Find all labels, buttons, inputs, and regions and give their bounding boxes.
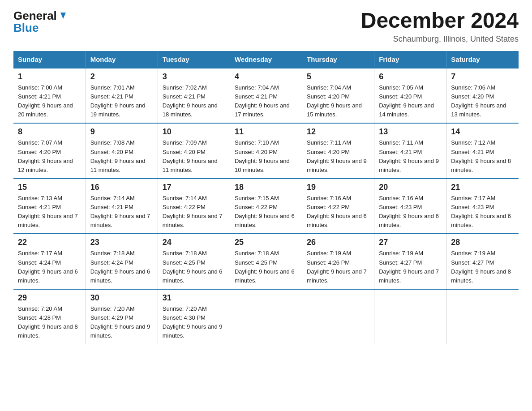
day-number: 19 <box>307 183 369 192</box>
table-row: 25 Sunrise: 7:18 AM Sunset: 4:25 PM Dayl… <box>230 234 302 289</box>
table-row: 27 Sunrise: 7:19 AM Sunset: 4:27 PM Dayl… <box>374 234 446 289</box>
location-subtitle: Schaumburg, Illinois, United States <box>361 34 519 44</box>
day-info: Sunrise: 7:11 AM Sunset: 4:20 PM Dayligh… <box>307 138 369 175</box>
table-row: 28 Sunrise: 7:19 AM Sunset: 4:27 PM Dayl… <box>446 234 519 289</box>
day-number: 10 <box>163 127 225 137</box>
day-info: Sunrise: 7:02 AM Sunset: 4:21 PM Dayligh… <box>163 83 225 120</box>
day-info: Sunrise: 7:19 AM Sunset: 4:26 PM Dayligh… <box>307 249 369 285</box>
day-info: Sunrise: 7:00 AM Sunset: 4:21 PM Dayligh… <box>18 83 81 120</box>
day-info: Sunrise: 7:06 AM Sunset: 4:20 PM Dayligh… <box>451 83 514 120</box>
day-number: 31 <box>163 293 225 303</box>
day-number: 22 <box>18 238 81 247</box>
day-number: 5 <box>307 72 369 81</box>
table-row: 21 Sunrise: 7:17 AM Sunset: 4:23 PM Dayl… <box>446 179 519 234</box>
table-row <box>302 289 374 344</box>
table-row: 3 Sunrise: 7:02 AM Sunset: 4:21 PM Dayli… <box>158 68 230 124</box>
day-number: 24 <box>163 238 225 247</box>
table-row: 2 Sunrise: 7:01 AM Sunset: 4:21 PM Dayli… <box>86 68 158 124</box>
day-number: 30 <box>90 293 153 303</box>
day-number: 2 <box>90 72 153 81</box>
table-row: 23 Sunrise: 7:18 AM Sunset: 4:24 PM Dayl… <box>86 234 158 289</box>
col-saturday: Saturday <box>446 51 519 68</box>
calendar-header: Sunday Monday Tuesday Wednesday Thursday… <box>13 51 519 68</box>
col-thursday: Thursday <box>302 51 374 68</box>
table-row: 1 Sunrise: 7:00 AM Sunset: 4:21 PM Dayli… <box>13 68 86 124</box>
table-row: 20 Sunrise: 7:16 AM Sunset: 4:23 PM Dayl… <box>374 179 446 234</box>
day-info: Sunrise: 7:20 AM Sunset: 4:28 PM Dayligh… <box>18 304 81 341</box>
day-number: 11 <box>235 127 297 137</box>
col-monday: Monday <box>86 51 158 68</box>
table-row: 13 Sunrise: 7:11 AM Sunset: 4:21 PM Dayl… <box>374 123 446 179</box>
table-row: 15 Sunrise: 7:13 AM Sunset: 4:21 PM Dayl… <box>13 179 86 234</box>
table-row: 19 Sunrise: 7:16 AM Sunset: 4:22 PM Dayl… <box>302 179 374 234</box>
day-info: Sunrise: 7:04 AM Sunset: 4:21 PM Dayligh… <box>235 83 297 120</box>
day-info: Sunrise: 7:14 AM Sunset: 4:21 PM Dayligh… <box>90 194 153 230</box>
table-row: 31 Sunrise: 7:20 AM Sunset: 4:30 PM Dayl… <box>158 289 230 344</box>
day-info: Sunrise: 7:13 AM Sunset: 4:21 PM Dayligh… <box>18 194 81 230</box>
title-section: December 2024 Schaumburg, Illinois, Unit… <box>361 9 519 44</box>
table-row: 7 Sunrise: 7:06 AM Sunset: 4:20 PM Dayli… <box>446 68 519 124</box>
day-number: 25 <box>235 238 297 247</box>
table-row: 11 Sunrise: 7:10 AM Sunset: 4:20 PM Dayl… <box>230 123 302 179</box>
day-info: Sunrise: 7:08 AM Sunset: 4:20 PM Dayligh… <box>90 138 153 175</box>
day-info: Sunrise: 7:18 AM Sunset: 4:25 PM Dayligh… <box>163 249 225 285</box>
month-title: December 2024 <box>361 9 519 33</box>
day-info: Sunrise: 7:20 AM Sunset: 4:30 PM Dayligh… <box>163 304 225 341</box>
col-sunday: Sunday <box>13 51 86 68</box>
day-number: 26 <box>307 238 369 247</box>
table-row: 14 Sunrise: 7:12 AM Sunset: 4:21 PM Dayl… <box>446 123 519 179</box>
col-wednesday: Wednesday <box>230 51 302 68</box>
day-number: 6 <box>379 72 442 81</box>
table-row <box>374 289 446 344</box>
day-info: Sunrise: 7:09 AM Sunset: 4:20 PM Dayligh… <box>163 138 225 175</box>
day-number: 21 <box>451 183 514 192</box>
day-number: 8 <box>18 127 81 137</box>
day-info: Sunrise: 7:12 AM Sunset: 4:21 PM Dayligh… <box>451 138 514 175</box>
day-number: 20 <box>379 183 442 192</box>
table-row: 5 Sunrise: 7:04 AM Sunset: 4:20 PM Dayli… <box>302 68 374 124</box>
table-row: 12 Sunrise: 7:11 AM Sunset: 4:20 PM Dayl… <box>302 123 374 179</box>
day-info: Sunrise: 7:04 AM Sunset: 4:20 PM Dayligh… <box>307 83 369 120</box>
day-number: 7 <box>451 72 514 81</box>
logo-blue-text: Blue <box>13 21 39 35</box>
day-info: Sunrise: 7:19 AM Sunset: 4:27 PM Dayligh… <box>379 249 442 285</box>
day-number: 16 <box>90 183 153 192</box>
calendar-table: Sunday Monday Tuesday Wednesday Thursday… <box>13 51 519 344</box>
day-info: Sunrise: 7:15 AM Sunset: 4:22 PM Dayligh… <box>235 194 297 230</box>
table-row: 26 Sunrise: 7:19 AM Sunset: 4:26 PM Dayl… <box>302 234 374 289</box>
table-row: 8 Sunrise: 7:07 AM Sunset: 4:20 PM Dayli… <box>13 123 86 179</box>
day-info: Sunrise: 7:19 AM Sunset: 4:27 PM Dayligh… <box>451 249 514 285</box>
calendar-body: 1 Sunrise: 7:00 AM Sunset: 4:21 PM Dayli… <box>13 68 519 344</box>
table-row <box>446 289 519 344</box>
table-row: 29 Sunrise: 7:20 AM Sunset: 4:28 PM Dayl… <box>13 289 86 344</box>
table-row: 6 Sunrise: 7:05 AM Sunset: 4:20 PM Dayli… <box>374 68 446 124</box>
day-number: 14 <box>451 127 514 137</box>
table-row: 10 Sunrise: 7:09 AM Sunset: 4:20 PM Dayl… <box>158 123 230 179</box>
day-info: Sunrise: 7:18 AM Sunset: 4:25 PM Dayligh… <box>235 249 297 285</box>
day-number: 4 <box>235 72 297 81</box>
day-info: Sunrise: 7:10 AM Sunset: 4:20 PM Dayligh… <box>235 138 297 175</box>
day-number: 13 <box>379 127 442 137</box>
day-info: Sunrise: 7:14 AM Sunset: 4:22 PM Dayligh… <box>163 194 225 230</box>
table-row: 16 Sunrise: 7:14 AM Sunset: 4:21 PM Dayl… <box>86 179 158 234</box>
table-row: 24 Sunrise: 7:18 AM Sunset: 4:25 PM Dayl… <box>158 234 230 289</box>
day-info: Sunrise: 7:17 AM Sunset: 4:23 PM Dayligh… <box>451 194 514 230</box>
table-row: 4 Sunrise: 7:04 AM Sunset: 4:21 PM Dayli… <box>230 68 302 124</box>
day-info: Sunrise: 7:18 AM Sunset: 4:24 PM Dayligh… <box>90 249 153 285</box>
table-row: 18 Sunrise: 7:15 AM Sunset: 4:22 PM Dayl… <box>230 179 302 234</box>
day-info: Sunrise: 7:05 AM Sunset: 4:20 PM Dayligh… <box>379 83 442 120</box>
day-info: Sunrise: 7:16 AM Sunset: 4:22 PM Dayligh… <box>307 194 369 230</box>
day-number: 28 <box>451 238 514 247</box>
day-info: Sunrise: 7:07 AM Sunset: 4:20 PM Dayligh… <box>18 138 81 175</box>
svg-marker-0 <box>60 13 66 19</box>
day-number: 18 <box>235 183 297 192</box>
table-row: 17 Sunrise: 7:14 AM Sunset: 4:22 PM Dayl… <box>158 179 230 234</box>
day-info: Sunrise: 7:17 AM Sunset: 4:24 PM Dayligh… <box>18 249 81 285</box>
col-tuesday: Tuesday <box>158 51 230 68</box>
day-info: Sunrise: 7:01 AM Sunset: 4:21 PM Dayligh… <box>90 83 153 120</box>
day-info: Sunrise: 7:11 AM Sunset: 4:21 PM Dayligh… <box>379 138 442 175</box>
day-number: 23 <box>90 238 153 247</box>
day-info: Sunrise: 7:16 AM Sunset: 4:23 PM Dayligh… <box>379 194 442 230</box>
day-number: 15 <box>18 183 81 192</box>
table-row: 22 Sunrise: 7:17 AM Sunset: 4:24 PM Dayl… <box>13 234 86 289</box>
